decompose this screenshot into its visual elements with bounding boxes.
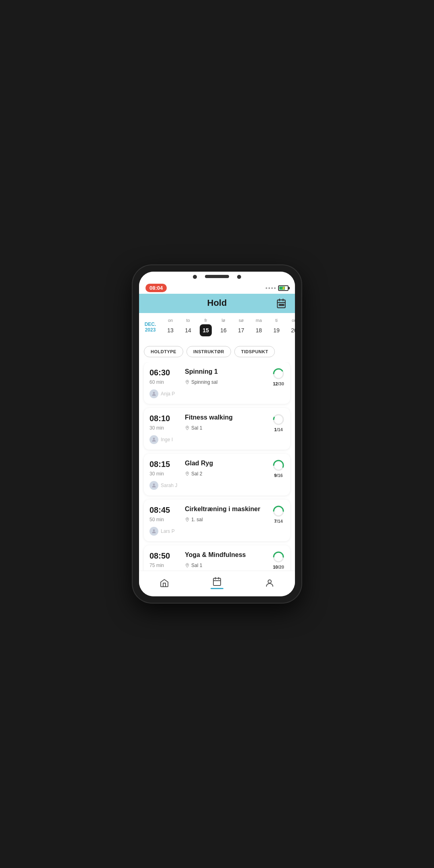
instructor-name: Sarah J xyxy=(161,483,177,488)
capacity-indicator: 1/14 xyxy=(272,414,285,432)
class-instructor: Anja P xyxy=(149,389,269,398)
class-name: Cirkeltræning i maskiner xyxy=(185,505,269,514)
date-item-16[interactable]: lø 16 xyxy=(215,316,232,338)
capacity-text: 7/14 xyxy=(274,519,283,524)
class-instructor: Sarah J xyxy=(149,481,269,490)
capacity-donut xyxy=(272,551,285,563)
date-item-15[interactable]: fr 15 xyxy=(197,316,215,338)
capacity-text: 12/30 xyxy=(273,381,284,386)
sensor-icon xyxy=(237,275,241,279)
date-item-18[interactable]: ma 18 xyxy=(250,316,268,338)
svg-rect-5 xyxy=(281,304,282,305)
class-card[interactable]: 06:30 Spinning 1 12/30 60 min Spinning s… xyxy=(144,362,290,404)
svg-point-21 xyxy=(187,518,188,520)
date-strip-container: DEC. 2023 on 13 to 14 fr 15 lø 16 sø 17 … xyxy=(139,313,295,343)
date-item-20[interactable]: on 20 xyxy=(285,316,295,338)
nav-calendar[interactable] xyxy=(204,575,230,591)
svg-point-31 xyxy=(268,580,271,583)
nav-active-indicator xyxy=(211,588,223,589)
avatar xyxy=(149,435,158,444)
filter-row: HOLDTYPEINSTRUKTØRTIDSPUNKT xyxy=(139,343,295,362)
class-card[interactable]: 08:15 Glad Ryg 9/16 30 min Sal 2 xyxy=(144,454,290,495)
date-item-19[interactable]: ti 19 xyxy=(268,316,285,338)
avatar xyxy=(149,527,158,536)
class-time: 08:50 xyxy=(149,551,182,561)
class-instructor: Inge I xyxy=(149,435,269,444)
class-name: Yoga & Mindfulness xyxy=(185,551,269,559)
class-location: Spinning sal xyxy=(185,379,269,385)
status-right: ⚡ xyxy=(266,285,289,291)
class-duration: 75 min xyxy=(149,563,182,568)
class-time: 08:10 xyxy=(149,414,182,423)
svg-point-9 xyxy=(187,381,188,382)
calendar-icon-button[interactable] xyxy=(274,296,289,311)
class-card[interactable]: 08:10 Fitness walking 1/14 30 min Sal 1 xyxy=(144,408,290,450)
class-time: 08:45 xyxy=(149,505,182,515)
date-item-14[interactable]: to 14 xyxy=(179,316,197,338)
class-duration: 30 min xyxy=(149,425,182,431)
capacity-donut xyxy=(272,368,285,380)
svg-point-10 xyxy=(153,392,155,394)
capacity-text: 9/16 xyxy=(274,473,283,478)
bottom-nav xyxy=(139,571,295,596)
svg-rect-0 xyxy=(277,300,285,308)
avatar xyxy=(149,481,158,490)
svg-point-17 xyxy=(187,473,188,474)
avatar xyxy=(149,389,158,398)
filter-pill-holdtype[interactable]: HOLDTYPE xyxy=(144,346,183,357)
classes-list: 06:30 Spinning 1 12/30 60 min Spinning s… xyxy=(139,362,295,571)
class-time: 08:15 xyxy=(149,459,182,469)
capacity-indicator: 10/20 xyxy=(272,551,285,569)
filter-pill-tidspunkt[interactable]: TIDSPUNKT xyxy=(234,346,275,357)
capacity-donut xyxy=(272,505,285,517)
class-location: Sal 2 xyxy=(185,471,269,477)
app-header: Hold xyxy=(139,294,295,313)
svg-point-14 xyxy=(153,438,155,440)
class-name: Glad Ryg xyxy=(185,459,269,468)
class-instructor: Lars P xyxy=(149,527,269,536)
instructor-name: Inge I xyxy=(161,437,173,442)
capacity-indicator: 9/16 xyxy=(272,459,285,478)
class-duration: 60 min xyxy=(149,379,182,385)
month-label: DEC. 2023 xyxy=(139,316,162,338)
class-location: 1. sal xyxy=(185,517,269,522)
class-duration: 50 min xyxy=(149,517,182,522)
svg-point-13 xyxy=(187,427,188,428)
nav-profile[interactable] xyxy=(258,577,281,590)
svg-rect-4 xyxy=(279,304,280,305)
camera-icon xyxy=(193,275,197,279)
speaker xyxy=(205,275,229,278)
svg-point-18 xyxy=(153,483,155,485)
capacity-text: 1/14 xyxy=(274,427,283,432)
svg-point-11 xyxy=(274,415,283,424)
instructor-name: Lars P xyxy=(161,528,175,534)
svg-rect-27 xyxy=(213,578,221,585)
phone-notch xyxy=(139,272,295,280)
capacity-donut xyxy=(272,414,285,426)
class-duration: 30 min xyxy=(149,471,182,477)
svg-point-22 xyxy=(153,529,155,531)
instructor-name: Anja P xyxy=(161,391,175,397)
date-item-17[interactable]: sø 17 xyxy=(232,316,250,338)
capacity-indicator: 7/14 xyxy=(272,505,285,524)
signal-dots xyxy=(266,287,276,289)
capacity-text: 10/20 xyxy=(273,565,284,569)
date-strip: DEC. 2023 on 13 to 14 fr 15 lø 16 sø 17 … xyxy=(139,316,295,338)
page-title: Hold xyxy=(207,298,227,308)
filter-pill-instruktør[interactable]: INSTRUKTØR xyxy=(186,346,231,357)
class-time: 06:30 xyxy=(149,368,182,377)
class-name: Fitness walking xyxy=(185,414,269,422)
capacity-donut xyxy=(272,459,285,471)
class-name: Spinning 1 xyxy=(185,368,269,376)
class-location: Sal 1 xyxy=(185,425,269,431)
class-card[interactable]: 08:50 Yoga & Mindfulness 10/20 75 min Sa… xyxy=(144,545,290,571)
capacity-indicator: 12/30 xyxy=(272,368,285,386)
class-card[interactable]: 08:45 Cirkeltræning i maskiner 7/14 50 m… xyxy=(144,500,290,541)
svg-point-25 xyxy=(187,564,188,565)
status-bar: 08:04 ⚡ xyxy=(139,280,295,294)
date-item-13[interactable]: on 13 xyxy=(162,316,179,338)
nav-home[interactable] xyxy=(153,577,176,590)
class-location: Sal 1 xyxy=(185,563,269,568)
time-display: 08:04 xyxy=(145,284,167,292)
battery-icon: ⚡ xyxy=(278,285,289,291)
